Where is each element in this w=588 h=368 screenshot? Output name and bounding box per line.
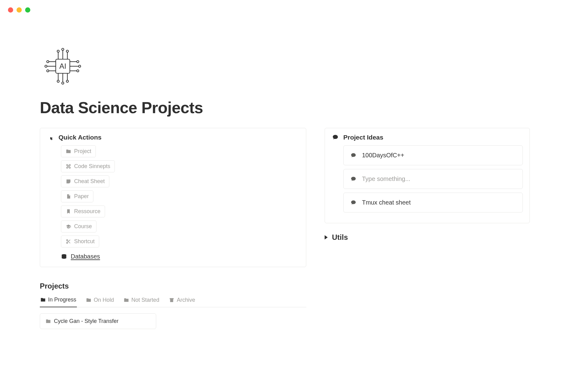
thought-bubble-icon bbox=[350, 176, 356, 182]
quick-action-label: Ressource bbox=[74, 208, 100, 215]
idea-label: Type something... bbox=[362, 175, 410, 182]
svg-text:AI: AI bbox=[59, 62, 66, 70]
svg-point-6 bbox=[66, 50, 69, 52]
page-icon bbox=[66, 194, 71, 199]
svg-point-8 bbox=[57, 80, 59, 82]
project-ideas-title: Project Ideas bbox=[343, 134, 383, 141]
svg-point-27 bbox=[66, 242, 68, 243]
thought-bubble-icon bbox=[350, 200, 356, 206]
svg-point-22 bbox=[79, 65, 81, 67]
window-zoom-icon[interactable] bbox=[25, 7, 30, 13]
tab-label: In Progress bbox=[48, 297, 76, 303]
projects-section-title: Projects bbox=[40, 282, 306, 290]
quick-action-label: Code Sinnepts bbox=[74, 163, 110, 170]
project-card[interactable]: Cycle Gan - Style Transfer bbox=[40, 313, 156, 329]
quick-action-label: Cheat Sheet bbox=[74, 178, 105, 185]
quick-action-cheat-sheet[interactable]: Cheat Sheet bbox=[61, 175, 109, 187]
svg-point-20 bbox=[77, 61, 79, 63]
quick-action-shortcut[interactable]: Shortcut bbox=[61, 236, 99, 247]
projects-tabs: In Progress On Hold Not Started Archive bbox=[40, 297, 306, 307]
quick-action-project[interactable]: Project bbox=[61, 145, 96, 157]
quick-action-label: Paper bbox=[74, 193, 89, 200]
project-idea-item[interactable]: Tmux cheat sheet bbox=[343, 193, 523, 213]
quick-action-code-snippets[interactable]: Code Sinnepts bbox=[61, 160, 115, 172]
toggle-triangle-icon bbox=[325, 235, 328, 240]
project-idea-item[interactable]: 100DaysOfC++ bbox=[343, 145, 523, 165]
svg-point-12 bbox=[66, 80, 69, 82]
utils-label: Utils bbox=[332, 233, 348, 242]
quick-action-paper[interactable]: Paper bbox=[61, 190, 93, 202]
utils-toggle[interactable]: Utils bbox=[325, 233, 530, 242]
project-ideas-block: Project Ideas 100DaysOfC++ Type somethin… bbox=[325, 128, 530, 223]
folder-icon bbox=[86, 297, 91, 303]
thought-bubble-icon bbox=[332, 134, 339, 141]
quick-action-label: Shortcut bbox=[74, 238, 95, 245]
quick-actions-list: Project Code Sinnepts Cheat Sheet Paper bbox=[47, 145, 299, 260]
quick-action-ressource[interactable]: Ressource bbox=[61, 205, 105, 217]
window-close-icon[interactable] bbox=[8, 7, 13, 13]
databases-link[interactable]: Databases bbox=[61, 253, 299, 260]
svg-point-10 bbox=[62, 82, 64, 84]
tab-in-progress[interactable]: In Progress bbox=[40, 297, 77, 307]
tab-on-hold[interactable]: On Hold bbox=[85, 297, 115, 307]
archive-icon bbox=[169, 297, 174, 303]
tab-not-started[interactable]: Not Started bbox=[123, 297, 160, 307]
svg-point-24 bbox=[77, 70, 79, 72]
databases-label: Databases bbox=[71, 253, 100, 260]
quick-actions-title: Quick Actions bbox=[58, 134, 101, 141]
page-icon-ai-chip-icon[interactable]: AI bbox=[43, 46, 548, 86]
svg-point-26 bbox=[66, 240, 68, 241]
svg-point-4 bbox=[62, 48, 64, 51]
svg-point-2 bbox=[57, 50, 59, 52]
quick-action-label: Project bbox=[74, 148, 91, 155]
thought-bubble-icon bbox=[350, 152, 356, 159]
svg-point-14 bbox=[47, 61, 49, 63]
graduation-cap-icon bbox=[66, 224, 71, 229]
tab-label: Not Started bbox=[131, 297, 159, 303]
quick-action-course[interactable]: Course bbox=[61, 220, 96, 232]
tab-label: On Hold bbox=[94, 297, 114, 303]
folder-icon bbox=[40, 297, 46, 302]
folder-icon bbox=[46, 319, 51, 324]
scissors-icon bbox=[66, 239, 71, 244]
database-icon bbox=[61, 254, 67, 260]
folder-icon bbox=[124, 297, 129, 303]
svg-point-16 bbox=[45, 65, 47, 67]
cursor-click-icon bbox=[47, 134, 54, 141]
sticky-note-icon bbox=[66, 179, 71, 184]
window-controls bbox=[0, 0, 588, 13]
quick-action-label: Course bbox=[74, 223, 92, 230]
quick-actions-block: Quick Actions Project Code Sinnepts Chea… bbox=[40, 128, 306, 267]
project-card-label: Cycle Gan - Style Transfer bbox=[54, 318, 119, 324]
tab-label: Archive bbox=[177, 297, 195, 303]
folder-icon bbox=[66, 149, 71, 154]
command-icon bbox=[66, 164, 71, 169]
page-title[interactable]: Data Science Projects bbox=[40, 98, 548, 117]
idea-label: 100DaysOfC++ bbox=[362, 152, 404, 159]
bookmark-icon bbox=[66, 209, 71, 214]
idea-label: Tmux cheat sheet bbox=[362, 199, 411, 206]
window-minimize-icon[interactable] bbox=[17, 7, 22, 13]
tab-archive[interactable]: Archive bbox=[168, 297, 196, 307]
svg-point-18 bbox=[47, 70, 49, 72]
project-idea-item-empty[interactable]: Type something... bbox=[343, 169, 523, 189]
